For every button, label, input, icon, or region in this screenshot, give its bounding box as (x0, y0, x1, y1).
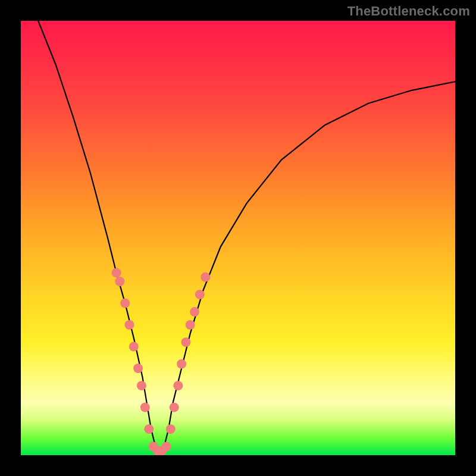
marker-dot (115, 277, 124, 286)
marker-group (112, 268, 211, 455)
marker-dot (181, 337, 190, 347)
marker-dot (201, 273, 210, 282)
plot-area (21, 21, 455, 455)
marker-dot (162, 441, 171, 451)
marker-dot (144, 424, 154, 434)
watermark-text: TheBottleneck.com (347, 4, 470, 19)
marker-dot (140, 403, 150, 412)
chart-svg (21, 21, 455, 455)
marker-dot (120, 299, 130, 308)
marker-dot (137, 381, 146, 390)
marker-dot (177, 359, 186, 369)
marker-dot (133, 364, 143, 373)
marker-dot (190, 307, 199, 317)
marker-dot (125, 320, 134, 330)
marker-dot (129, 342, 139, 352)
curve-path (38, 21, 455, 455)
marker-dot (166, 424, 176, 434)
chart-frame: TheBottleneck.com (0, 0, 476, 476)
marker-dot (170, 403, 179, 412)
marker-dot (173, 381, 183, 390)
marker-dot (195, 290, 205, 299)
marker-dot (186, 320, 195, 330)
marker-dot (112, 268, 121, 277)
